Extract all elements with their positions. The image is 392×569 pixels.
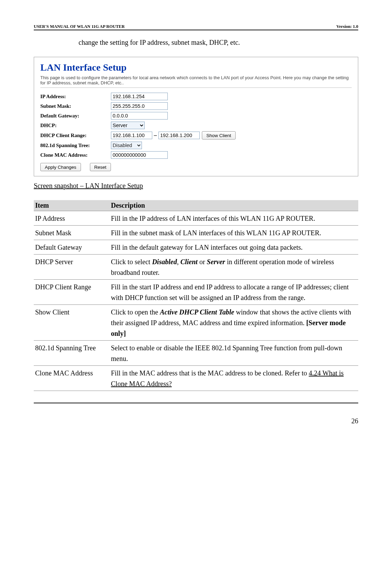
show-client-button[interactable]: Show Client — [202, 131, 236, 139]
screenshot-caption: Screen snapshot – LAN Interface Setup — [34, 182, 358, 190]
lan-interface-panel: LAN Interface Setup This page is used to… — [34, 57, 358, 176]
dhcp-range-end-input[interactable] — [158, 132, 200, 139]
dhcp-range-start-input[interactable] — [111, 132, 152, 139]
table-row: Clone MAC AddressFill in the MAC address… — [34, 366, 358, 391]
table-cell-description: Click to open the Active DHCP Client Tab… — [110, 305, 358, 341]
reset-button[interactable]: Reset — [90, 163, 111, 171]
dhcp-select[interactable]: Server — [111, 122, 145, 129]
table-cell-description: Fill in the default gateway for LAN inte… — [110, 240, 358, 255]
table-cell-item: DHCP Server — [34, 255, 110, 280]
clone-mac-label: Clone MAC Address: — [40, 152, 111, 158]
table-row: Default GatewayFill in the default gatew… — [34, 240, 358, 255]
table-header-description: Description — [110, 200, 358, 211]
spanning-tree-label: 802.1d Spanning Tree: — [40, 143, 111, 148]
ip-address-input[interactable] — [111, 93, 168, 100]
table-cell-item: Clone MAC Address — [34, 366, 110, 391]
subnet-mask-input[interactable] — [111, 102, 168, 110]
table-row: Show ClientClick to open the Active DHCP… — [34, 305, 358, 341]
table-row: IP AddressFill in the IP address of LAN … — [34, 211, 358, 226]
panel-title: LAN Interface Setup — [40, 62, 352, 73]
table-cell-item: 802.1d Spanning Tree — [34, 341, 110, 366]
apply-changes-button[interactable]: Apply Changes — [40, 163, 81, 171]
ip-address-label: IP Address: — [40, 94, 111, 100]
clone-mac-input[interactable] — [111, 151, 168, 159]
description-table: Item Description IP AddressFill in the I… — [34, 200, 358, 391]
table-cell-item: DHCP Client Range — [34, 280, 110, 305]
table-cell-description: Fill in the IP address of LAN interfaces… — [110, 211, 358, 226]
table-cell-description: Fill in the start IP address and end IP … — [110, 280, 358, 305]
table-cell-item: Default Gateway — [34, 240, 110, 255]
page-header: USER'S MANUAL OF WLAN 11G AP ROUTER Vers… — [34, 24, 358, 30]
table-cell-description: Click to select Disabled, Client or Serv… — [110, 255, 358, 280]
table-cell-item: Show Client — [34, 305, 110, 341]
spanning-tree-select[interactable]: Disabled — [111, 142, 142, 149]
page-number: 26 — [34, 417, 358, 425]
dhcp-range-label: DHCP Client Range: — [40, 133, 111, 138]
dhcp-label: DHCP: — [40, 123, 111, 128]
range-dash: – — [152, 132, 158, 139]
panel-description: This page is used to configure the param… — [40, 75, 352, 85]
table-header-item: Item — [34, 200, 110, 211]
table-cell-description: Fill in the MAC address that is the MAC … — [110, 366, 358, 391]
table-row: Subnet MaskFill in the subnet mask of LA… — [34, 226, 358, 240]
divider — [40, 87, 352, 88]
default-gateway-input[interactable] — [111, 112, 168, 120]
header-left: USER'S MANUAL OF WLAN 11G AP ROUTER — [34, 24, 125, 29]
intro-text: change the setting for IP address, subne… — [79, 39, 358, 46]
table-row: 802.1d Spanning TreeSelect to enable or … — [34, 341, 358, 366]
table-row: DHCP Client RangeFill in the start IP ad… — [34, 280, 358, 305]
table-cell-item: Subnet Mask — [34, 226, 110, 240]
subnet-mask-label: Subnet Mask: — [40, 103, 111, 109]
table-cell-item: IP Address — [34, 211, 110, 226]
header-right: Version: 1.0 — [337, 24, 358, 29]
table-cell-description: Select to enable or disable the IEEE 802… — [110, 341, 358, 366]
footer-rule — [34, 403, 358, 403]
table-cell-description: Fill in the subnet mask of LAN interface… — [110, 226, 358, 240]
table-row: DHCP ServerClick to select Disabled, Cli… — [34, 255, 358, 280]
default-gateway-label: Default Gateway: — [40, 113, 111, 119]
